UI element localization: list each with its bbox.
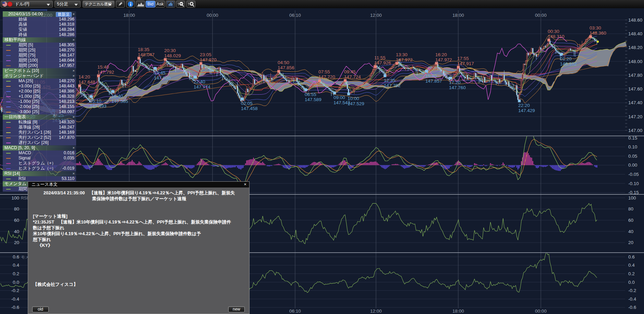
svg-text:147.493: 147.493 [90, 104, 107, 109]
svg-text:15:40: 15:40 [97, 64, 109, 70]
svg-text:16:20: 16:20 [435, 52, 447, 57]
svg-text:148.40: 148.40 [628, 31, 642, 36]
svg-text:-0.05: -0.05 [628, 172, 639, 177]
svg-text:147.970: 147.970 [200, 57, 217, 62]
svg-text:-0.10: -0.10 [628, 181, 639, 186]
svg-text:147.80: 147.80 [628, 73, 642, 78]
svg-text:-0.2: -0.2 [628, 288, 636, 293]
svg-text:147.589: 147.589 [305, 97, 321, 102]
svg-text:00:30: 00:30 [548, 29, 559, 34]
svg-text:0.6: 0.6 [628, 254, 635, 259]
svg-text:11:55: 11:55 [374, 55, 386, 60]
svg-text:147.760: 147.760 [449, 85, 466, 90]
svg-text:148.60: 148.60 [628, 17, 642, 23]
svg-text:12:00: 12:00 [370, 13, 382, 18]
svg-text:148.047: 148.047 [138, 52, 155, 57]
svg-text:18:35: 18:35 [138, 47, 149, 52]
svg-text:0.4: 0.4 [13, 263, 19, 268]
svg-text:0.10: 0.10 [628, 144, 637, 149]
svg-text:19:45: 19:45 [154, 70, 166, 75]
svg-text:148.310: 148.310 [548, 34, 564, 39]
svg-text:147.857: 147.857 [425, 78, 442, 84]
svg-text:147.40: 147.40 [628, 100, 642, 105]
svg-text:148.102: 148.102 [560, 61, 577, 67]
svg-text:02:05: 02:05 [241, 101, 253, 106]
svg-text:0.2: 0.2 [628, 271, 635, 276]
svg-text:06:10: 06:10 [289, 309, 301, 314]
svg-text:40: 40 [628, 229, 633, 234]
svg-text:18:00: 18:00 [452, 13, 464, 18]
svg-text:0.0: 0.0 [628, 280, 635, 285]
svg-text:147.529: 147.529 [348, 101, 364, 106]
svg-text:12:35: 12:35 [384, 78, 396, 83]
svg-text:10:00: 10:00 [348, 96, 359, 101]
svg-text:-0.4: -0.4 [11, 297, 20, 302]
svg-text:07:55: 07:55 [318, 69, 330, 74]
svg-text:17:20: 17:20 [449, 80, 461, 85]
svg-text:147.429: 147.429 [518, 108, 535, 113]
svg-text:20: 20 [14, 240, 19, 245]
svg-text:09:45: 09:45 [344, 69, 356, 74]
svg-text:06:10: 06:10 [289, 13, 301, 18]
svg-text:22:40: 22:40 [194, 79, 205, 84]
svg-text:147.00: 147.00 [628, 128, 642, 133]
svg-text:80: 80 [14, 206, 19, 212]
svg-text:23:05: 23:05 [200, 52, 211, 57]
svg-text:18:00: 18:00 [123, 13, 135, 18]
svg-text:09:00: 09:00 [333, 95, 345, 100]
svg-text:20:30: 20:30 [164, 48, 176, 53]
svg-text:15:10: 15:10 [90, 98, 101, 104]
svg-text:15:40: 15:40 [425, 73, 437, 78]
svg-text:80: 80 [628, 206, 633, 212]
svg-text:147.972: 147.972 [435, 57, 452, 62]
svg-text:-0.2: -0.2 [11, 288, 19, 293]
svg-text:60: 60 [628, 218, 633, 223]
svg-text:148.20: 148.20 [628, 45, 642, 50]
svg-text:147.724: 147.724 [344, 74, 361, 80]
svg-text:0.2: 0.2 [13, 271, 19, 276]
svg-text:00:00: 00:00 [535, 309, 547, 314]
svg-text:17:55: 17:55 [457, 56, 469, 61]
svg-text:0.0: 0.0 [13, 280, 19, 285]
svg-text:147.972: 147.972 [396, 57, 413, 62]
svg-text:13:30: 13:30 [396, 52, 408, 57]
svg-text:147.900: 147.900 [154, 75, 171, 81]
svg-text:147.565: 147.565 [111, 99, 128, 104]
svg-text:100: 100 [628, 195, 636, 201]
svg-text:16:40: 16:40 [111, 94, 123, 99]
svg-text:12:00: 12:00 [370, 309, 382, 314]
svg-text:0.4: 0.4 [628, 263, 635, 268]
svg-text:60: 60 [14, 218, 19, 223]
svg-text:147.792: 147.792 [97, 70, 114, 75]
svg-text:0.00: 0.00 [628, 162, 637, 168]
svg-text:100: 100 [11, 195, 19, 201]
svg-text:-0.6: -0.6 [11, 305, 19, 310]
svg-text:147.458: 147.458 [241, 106, 258, 111]
svg-text:147.926: 147.926 [374, 60, 391, 65]
svg-text:-0.6: -0.6 [628, 305, 636, 310]
svg-text:18:00: 18:00 [452, 309, 464, 314]
svg-text:-0.4: -0.4 [628, 297, 636, 302]
svg-text:14:20: 14:20 [78, 74, 90, 80]
svg-text:0.05: 0.05 [628, 154, 637, 159]
svg-text:00:00: 00:00 [207, 13, 218, 18]
svg-text:40: 40 [14, 229, 19, 234]
svg-text:147.20: 147.20 [628, 114, 642, 119]
svg-text:147.856: 147.856 [278, 65, 294, 70]
svg-text:00:00: 00:00 [535, 13, 547, 18]
svg-text:22:20: 22:20 [518, 103, 530, 108]
svg-text:147.648: 147.648 [78, 80, 95, 85]
svg-text:148.029: 148.029 [164, 53, 181, 58]
svg-text:03:30: 03:30 [590, 25, 601, 31]
svg-text:148.360: 148.360 [590, 31, 606, 36]
svg-text:147.720: 147.720 [318, 74, 335, 80]
svg-text:147.917: 147.917 [457, 61, 474, 66]
svg-text:06:55: 06:55 [305, 92, 316, 97]
svg-text:147.774: 147.774 [194, 84, 210, 89]
svg-text:147.60: 147.60 [628, 86, 642, 92]
svg-text:147.792: 147.792 [384, 83, 401, 88]
svg-text:148.00: 148.00 [628, 59, 642, 64]
svg-text:0.6: 0.6 [13, 254, 19, 259]
svg-text:04:50: 04:50 [278, 60, 289, 65]
svg-text:20: 20 [628, 240, 633, 245]
